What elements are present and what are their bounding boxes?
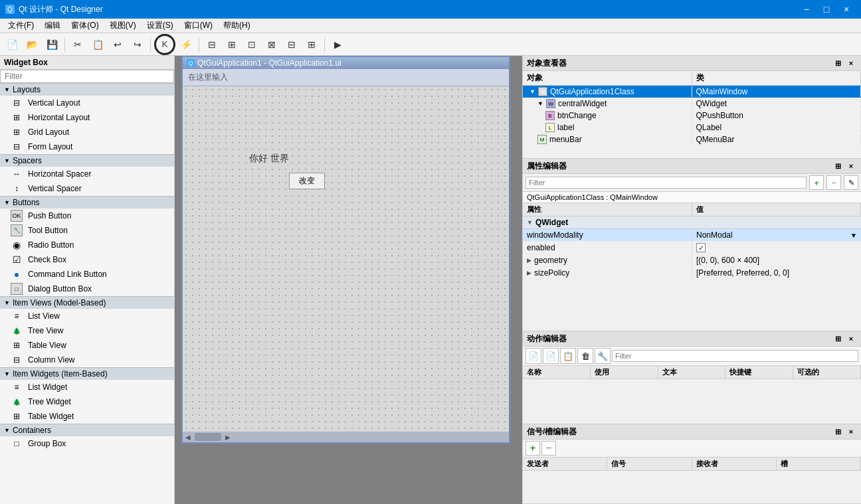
widget-radio-button[interactable]: ◉ Radio Button [0,238,174,252]
prop-row-sizepolicy[interactable]: ▶ sizePolicy [Preferred, Preferred, 0, 0… [523,267,861,280]
menu-settings[interactable]: 设置(S) [142,19,179,33]
windowmodality-dropdown-arrow[interactable]: ▼ [850,232,857,239]
prop-row-geometry[interactable]: ▶ geometry [(0, 0), 600 × 400] [523,254,861,267]
cut-button[interactable]: ✂ [68,35,87,54]
widget-tool-button[interactable]: 🔧 Tool Button [0,223,174,238]
widget-tree-view[interactable]: 🌲 Tree View [0,323,174,338]
prop-remove-btn[interactable]: − [826,175,841,190]
menu-file[interactable]: 文件(F) [3,19,39,33]
widget-group-box[interactable]: □ Group Box [0,436,174,451]
widget-form-layout[interactable]: ⊟ Form Layout [0,139,174,154]
layout-adjust-button[interactable]: ⊞ [302,35,321,54]
obj-row-central[interactable]: ▼ W centralWidget QWidget [523,98,861,110]
prop-row-enabled[interactable]: enabled ✓ [523,242,861,254]
canvas-change-button[interactable]: 改变 [289,173,325,189]
obj-arrow-1[interactable]: ▼ [537,100,543,107]
close-button[interactable]: × [837,0,856,19]
obj-maximize-btn[interactable]: ⊞ [832,57,844,69]
layout-form-button[interactable]: ⊠ [262,35,281,54]
menu-form[interactable]: 窗体(O) [66,19,104,33]
widget-horizontal-layout[interactable]: ⊞ Horizontal Layout [0,110,174,125]
menu-view[interactable]: 视图(V) [104,19,142,33]
layout-v-button[interactable]: ⊞ [223,35,241,54]
category-item-views[interactable]: ▼ Item Views (Model-Based) [0,296,174,309]
signal-add-btn[interactable]: + [526,441,540,456]
widget-grid-layout[interactable]: ⊞ Grid Layout [0,125,174,139]
widget-list-widget[interactable]: ≡ List Widget [0,380,174,394]
signal-maximize-btn[interactable]: ⊞ [832,426,844,438]
new-button[interactable]: 📄 [3,35,21,54]
canvas-scrollbar-h[interactable]: ◀ ▶ [183,432,509,442]
menu-window[interactable]: 窗口(W) [179,19,218,33]
signal-editor-title: 信号/槽编辑器 ⊞ × [523,424,861,440]
widget-table-view[interactable]: ⊞ Table View [0,338,174,353]
signal-close-btn[interactable]: × [845,426,857,438]
action-filter-input[interactable] [612,350,858,362]
widget-check-box[interactable]: ☑ Check Box [0,252,174,267]
widget-list-view[interactable]: ≡ List View [0,309,174,323]
category-spacers[interactable]: ▼ Spacers [0,154,174,167]
geometry-expand-arrow[interactable]: ▶ [527,257,531,264]
widget-tree-widget[interactable]: 🌲 Tree Widget [0,394,174,409]
minimize-button[interactable]: − [797,0,816,19]
scroll-thumb-h[interactable] [195,433,221,441]
widget-dialog-button[interactable]: □ Dialog Button Box [0,282,174,296]
widget-v-spacer[interactable]: ↕ Vertical Spacer [0,181,174,196]
prop-val-windowmodality[interactable]: NonModal ▼ [692,229,861,241]
maximize-button[interactable]: □ [817,0,836,19]
action-close-btn[interactable]: × [845,333,857,345]
widget-h-spacer[interactable]: ↔ Horizontal Spacer [0,167,174,181]
layout-break-button[interactable]: ⊟ [282,35,301,54]
obj-row-main[interactable]: ▼ W QtGuiApplication1Class QMainWindow [523,86,861,98]
widget-command-link[interactable]: ● Command Link Button [0,267,174,282]
undo-button[interactable]: ↩ [108,35,127,54]
widget-filter-input[interactable] [0,70,174,83]
widget-table-widget[interactable]: ⊞ Table Widget [0,409,174,424]
category-buttons[interactable]: ▼ Buttons [0,196,174,209]
sizepolicy-expand-arrow[interactable]: ▶ [527,270,531,276]
title-bar-text: Qt 设计师 - Qt Designer [19,4,103,15]
category-containers[interactable]: ▼ Containers [0,424,174,436]
preview-button[interactable]: ▶ [328,35,347,54]
redo-button[interactable]: ↪ [128,35,147,54]
category-layouts[interactable]: ▼ Layouts [0,83,174,96]
scroll-right-arrow[interactable]: ▶ [223,434,233,441]
signal-edit-button[interactable]: ⚡ [177,35,195,54]
action-copy-btn[interactable]: 📄 [543,348,559,364]
obj-row-btn[interactable]: B btnChange QPushButton [523,110,861,122]
enabled-checkbox[interactable]: ✓ [696,243,706,252]
obj-row-label[interactable]: L label QLabel [523,122,861,133]
save-button[interactable]: 💾 [43,35,61,54]
widget-vertical-layout[interactable]: ⊟ Vertical Layout [0,96,174,110]
widget-edit-button[interactable]: K [154,34,175,55]
title-bar-controls[interactable]: − □ × [797,0,856,19]
menu-help[interactable]: 帮助(H) [218,19,256,33]
obj-arrow-0[interactable]: ▼ [529,88,535,95]
layout-h-button[interactable]: ⊟ [203,35,221,54]
obj-close-btn[interactable]: × [845,57,857,69]
open-button[interactable]: 📂 [23,35,41,54]
action-new-btn[interactable]: 📄 [526,348,541,364]
widget-column-view[interactable]: ⊟ Column View [0,353,174,367]
designer-canvas[interactable]: 你好 世界 改变 [183,86,509,432]
signal-remove-btn[interactable]: − [541,441,556,456]
action-config-btn[interactable]: 🔧 [595,348,611,364]
prop-filter-input[interactable] [526,177,807,189]
prop-val-enabled[interactable]: ✓ [692,242,861,254]
prop-add-btn[interactable]: + [809,175,824,190]
prop-row-windowmodality[interactable]: windowModality NonModal ▼ [523,229,861,242]
category-item-widgets[interactable]: ▼ Item Widgets (Item-Based) [0,367,174,380]
widget-push-button[interactable]: OK Push Button [0,209,174,223]
menu-edit[interactable]: 编辑 [39,19,66,33]
layout-grid-button[interactable]: ⊡ [242,35,261,54]
action-maximize-btn[interactable]: ⊞ [832,333,844,345]
prop-maximize-btn[interactable]: ⊞ [832,160,844,172]
obj-row-menu[interactable]: M menuBar QMenuBar [523,133,861,145]
scroll-left-arrow[interactable]: ◀ [183,434,193,441]
action-paste-btn[interactable]: 📋 [560,348,576,364]
qwidget-expand-arrow[interactable]: ▼ [527,219,533,226]
prop-close-btn[interactable]: × [845,160,857,172]
action-delete-btn[interactable]: 🗑 [577,348,593,364]
copy-button[interactable]: 📋 [88,35,107,54]
prop-config-btn[interactable]: ✎ [844,175,858,190]
